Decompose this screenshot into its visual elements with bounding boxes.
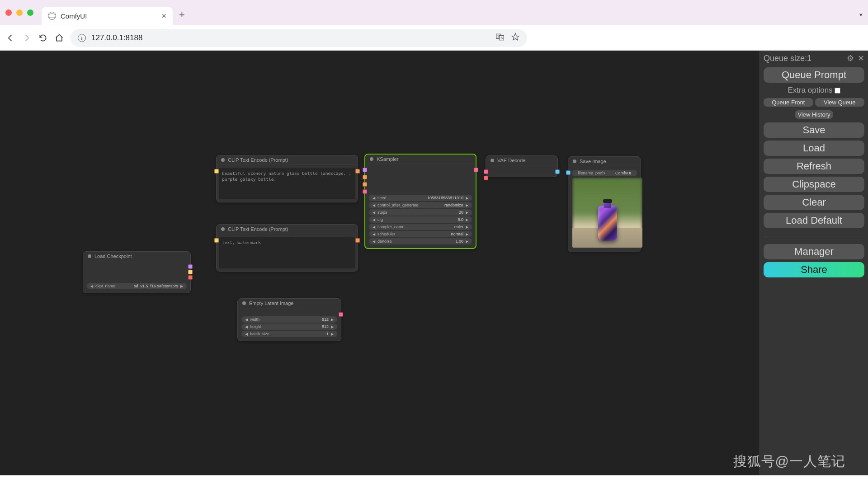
port-clip-in[interactable] [214,238,219,243]
port-model-out[interactable] [188,264,193,269]
prompt-text-input[interactable]: beautiful scenery nature glass bottle la… [219,168,355,199]
widget-ksampler-cfg[interactable]: ◀cfg8.0▶ [369,216,472,223]
node-canvas[interactable]: Load Checkpoint ◀ ckpt_name sd_v1.5_f16.… [0,51,868,475]
queue-front-button[interactable]: Queue Front [764,98,813,107]
window-maximize-icon[interactable] [27,9,33,16]
chevron-left-icon[interactable]: ◀ [245,332,248,336]
view-history-button[interactable]: View History [795,110,833,119]
load-default-button[interactable]: Load Default [764,213,864,228]
comfyui-app: Load Checkpoint ◀ ckpt_name sd_v1.5_f16.… [0,51,868,475]
chevron-right-icon[interactable]: ▶ [466,239,468,244]
chevron-right-icon[interactable]: ▶ [331,332,334,336]
port-latent-out[interactable] [339,312,343,317]
output-image-preview[interactable] [572,178,642,248]
clipspace-button[interactable]: Clipspace [764,177,864,192]
translate-icon[interactable]: 文A [495,33,505,43]
chevron-left-icon[interactable]: ◀ [373,211,375,215]
node-title: Save Image [580,159,606,164]
node-title: VAE Decode [497,158,525,163]
window-minimize-icon[interactable] [16,9,23,16]
port-model-in[interactable] [363,168,367,172]
address-bar[interactable]: i 127.0.0.1:8188 文A [71,29,527,47]
extra-options-checkbox[interactable] [835,88,840,94]
widget-ksampler-sampler_name[interactable]: ◀sampler_nameeuler▶ [369,224,472,230]
prompt-text-input[interactable]: text, watermark [219,237,355,268]
node-vae-decode[interactable]: VAE Decode [486,155,558,177]
widget-ckpt-name[interactable]: ◀ ckpt_name sd_v1.5_f16.safetensors ▶ [87,283,187,289]
nav-reload-icon[interactable] [38,33,48,43]
window-close-icon[interactable] [5,9,12,16]
port-image-out[interactable] [555,169,560,174]
chevron-left-icon[interactable]: ◀ [373,218,375,222]
settings-gear-icon[interactable]: ⚙ [847,53,854,63]
port-positive-in[interactable] [363,175,367,179]
tab-close-icon[interactable]: × [161,11,166,21]
tab-title: ComfyUI [61,12,157,20]
site-info-icon[interactable]: i [78,34,86,42]
widget-ksampler-seed[interactable]: ◀seed1058318583811010▶ [369,195,472,201]
chevron-right-icon[interactable]: ▶ [466,203,468,207]
nav-forward-icon[interactable] [22,33,32,43]
port-conditioning-out[interactable] [355,169,360,174]
extra-options-toggle[interactable]: Extra options [764,86,864,95]
port-vae-out[interactable] [188,275,193,280]
chevron-left-icon[interactable]: ◀ [245,325,248,329]
port-negative-in[interactable] [363,182,367,187]
nav-back-icon[interactable] [5,33,15,43]
node-empty-latent-image[interactable]: Empty Latent Image ◀width512▶◀height512▶… [237,298,341,341]
refresh-button[interactable]: Refresh [764,159,864,174]
port-clip-out[interactable] [188,270,193,274]
node-clip-text-encode-negative[interactable]: CLIP Text Encode (Prompt) text, watermar… [216,224,358,272]
chevron-right-icon[interactable]: ▶ [466,232,468,236]
chevron-right-icon[interactable]: ▶ [331,325,334,329]
port-clip-in[interactable] [214,169,219,174]
widget-ksampler-control_after_generate[interactable]: ◀control_after_generaterandomize▶ [369,202,472,208]
port-vae-in[interactable] [484,176,488,180]
widget-ksampler-denoise[interactable]: ◀denoise1.00▶ [369,238,472,244]
share-button[interactable]: Share [764,262,864,277]
chevron-right-icon[interactable]: ▶ [466,196,468,200]
chevron-right-icon[interactable]: ▶ [466,211,468,215]
url-text: 127.0.0.1:8188 [91,33,490,42]
save-button[interactable]: Save [764,122,864,138]
widget-latent-height[interactable]: ◀height512▶ [241,324,337,330]
chevron-right-icon[interactable]: ▶ [466,225,468,229]
bookmark-star-icon[interactable] [511,33,520,43]
view-queue-button[interactable]: View Queue [815,98,865,107]
node-title: Load Checkpoint [94,253,132,259]
widget-latent-batch_size[interactable]: ◀batch_size1▶ [241,331,337,337]
chevron-left-icon[interactable]: ◀ [373,239,375,244]
chevron-right-icon[interactable]: ▶ [466,218,468,222]
widget-ksampler-steps[interactable]: ◀steps20▶ [369,209,472,216]
chevron-left-icon[interactable]: ◀ [373,232,375,236]
port-images-in[interactable] [566,170,571,175]
chevron-left-icon[interactable]: ◀ [373,225,375,229]
clear-button[interactable]: Clear [764,195,864,210]
chevron-right-icon[interactable]: ▶ [331,318,334,322]
node-save-image[interactable]: Save Image filename_prefix ComfyUI [568,156,641,252]
nav-home-icon[interactable] [54,33,64,43]
widget-ksampler-scheduler[interactable]: ◀schedulernormal▶ [369,231,472,237]
widget-filename-prefix[interactable]: filename_prefix ComfyUI [572,170,637,176]
chevron-left-icon[interactable]: ◀ [90,284,93,288]
chevron-left-icon[interactable]: ◀ [245,318,248,322]
new-tab-button[interactable]: + [179,9,185,21]
node-clip-text-encode-positive[interactable]: CLIP Text Encode (Prompt) beautiful scen… [216,155,358,202]
chevron-right-icon[interactable]: ▶ [180,284,183,288]
queue-prompt-button[interactable]: Queue Prompt [764,67,864,83]
port-latent-out[interactable] [474,168,478,172]
browser-tab[interactable]: ComfyUI × [42,7,173,25]
node-load-checkpoint[interactable]: Load Checkpoint ◀ ckpt_name sd_v1.5_f16.… [83,251,191,293]
tab-overflow-icon[interactable]: ▾ [859,11,863,18]
chevron-left-icon[interactable]: ◀ [373,196,375,200]
manager-button[interactable]: Manager [764,244,864,259]
chevron-left-icon[interactable]: ◀ [373,203,375,207]
widget-latent-width[interactable]: ◀width512▶ [241,316,337,323]
panel-close-icon[interactable]: ✕ [858,53,864,63]
node-ksampler[interactable]: KSampler ◀seed1058318583811010▶◀control_… [364,154,476,249]
port-latent-in[interactable] [363,189,367,194]
load-button[interactable]: Load [764,141,864,156]
port-conditioning-out[interactable] [355,238,360,243]
node-title: Empty Latent Image [249,300,293,306]
port-samples-in[interactable] [484,169,488,174]
